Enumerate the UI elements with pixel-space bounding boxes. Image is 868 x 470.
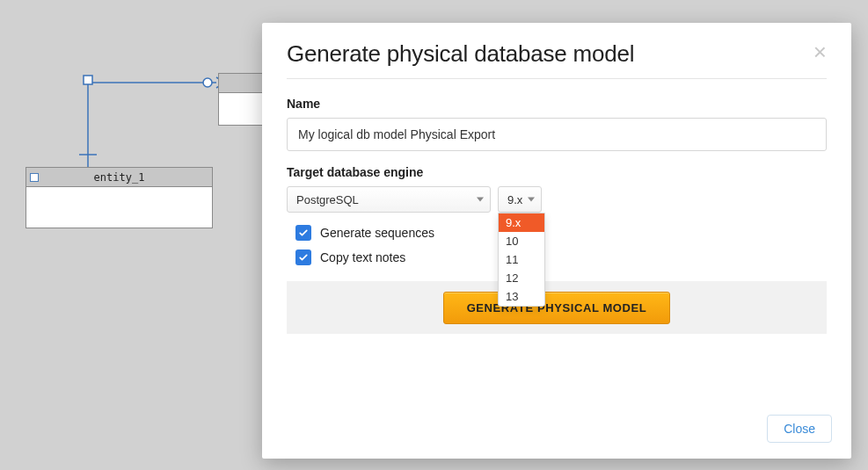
caret-down-icon: [528, 198, 535, 202]
entity-1-label: entity_1: [94, 171, 145, 184]
engine-select[interactable]: PostgreSQL: [287, 186, 491, 213]
svg-rect-2: [84, 76, 92, 84]
version-select[interactable]: 9.x: [498, 186, 542, 213]
version-option-9x[interactable]: 9.x: [499, 213, 544, 232]
entity-1-header: entity_1: [26, 168, 212, 187]
version-option-13[interactable]: 13: [499, 287, 544, 306]
version-select-value: 9.x: [507, 193, 522, 206]
generate-bar: GENERATE PHYSICAL MODEL: [287, 281, 827, 334]
svg-point-4: [203, 78, 212, 87]
close-button[interactable]: Close: [767, 415, 832, 443]
version-option-10[interactable]: 10: [499, 232, 544, 250]
copy-text-notes-checkbox[interactable]: [295, 249, 311, 265]
copy-text-notes-label: Copy text notes: [320, 250, 405, 264]
generate-sequences-label: Generate sequences: [320, 226, 434, 240]
dialog-title: Generate physical database model: [287, 40, 634, 68]
name-label: Name: [287, 97, 827, 111]
name-input[interactable]: [287, 118, 827, 151]
version-option-11[interactable]: 11: [499, 250, 544, 269]
check-icon: [298, 252, 309, 263]
version-dropdown: 9.x 10 11 12 13: [498, 213, 545, 307]
generate-physical-model-button[interactable]: GENERATE PHYSICAL MODEL: [443, 292, 671, 324]
entity-icon: [30, 173, 39, 182]
check-icon: [298, 228, 309, 238]
close-icon[interactable]: ×: [813, 40, 827, 63]
target-engine-label: Target database engine: [287, 165, 827, 179]
entity-1[interactable]: entity_1: [26, 167, 213, 228]
generate-physical-model-dialog: Generate physical database model × Name …: [262, 23, 851, 459]
generate-sequences-checkbox[interactable]: [295, 225, 311, 241]
caret-down-icon: [477, 198, 484, 202]
version-option-12[interactable]: 12: [499, 269, 544, 287]
engine-select-value: PostgreSQL: [296, 193, 359, 206]
